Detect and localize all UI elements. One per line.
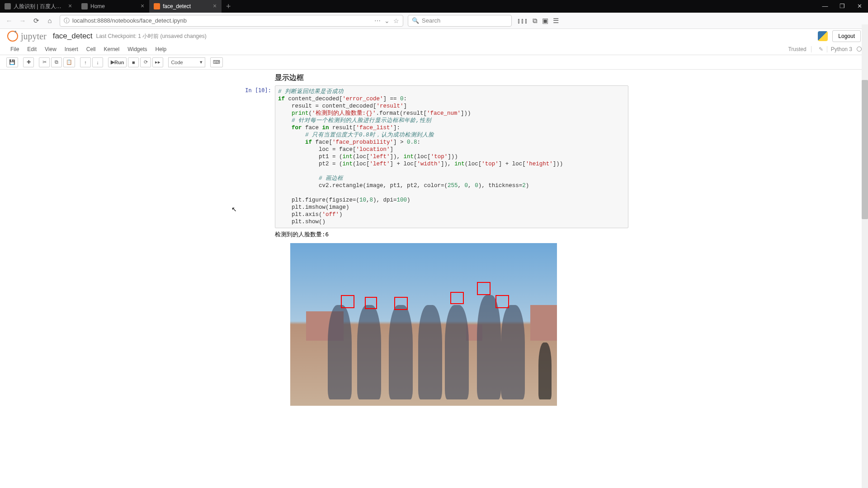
save-button[interactable]: 💾 [6,57,18,67]
tab-title: 人脸识别 | 百度人工智能课程 [14,3,65,10]
minimize-icon[interactable]: — [816,0,834,13]
menu-widgets[interactable]: Widgets [123,46,151,52]
insert-cell-button[interactable]: ✚ [23,57,34,67]
cell-prompt: In [10]: [240,85,275,228]
tab-title: Home [90,3,137,9]
close-icon[interactable]: × [139,3,146,9]
url-actions: ⋯ ⌄ ☆ [374,17,399,24]
menu-icon[interactable]: ☰ [553,17,559,25]
close-icon[interactable]: × [212,3,218,9]
new-tab-button[interactable]: + [222,1,236,12]
library-icon[interactable]: ⫿⫿⫿ [517,17,528,25]
search-placeholder: Search [422,17,440,24]
jupyter-logo-text: jupyter [21,31,47,42]
output-image-area [240,239,628,406]
interrupt-button[interactable]: ■ [128,57,139,67]
menu-edit[interactable]: Edit [23,46,41,52]
jupyter-header: jupyter face_detect Last Checkpoint: 1 小… [0,29,868,43]
url-text: localhost:8888/notebooks/face_detect.ipy… [72,17,187,24]
scroll-thumb[interactable] [862,80,868,219]
favicon-icon [81,3,88,9]
back-icon[interactable]: ← [4,15,14,26]
menu-insert[interactable]: Insert [61,46,82,52]
extension-icon[interactable]: ⧉ [533,17,538,25]
jupyter-logo-icon [7,31,18,42]
close-icon[interactable]: × [67,3,73,9]
browser-nav-bar: ← → ⟳ ⌂ ⓘ localhost:8888/notebooks/face_… [0,13,868,29]
logout-button[interactable]: Logout [832,30,861,42]
search-icon: 🔍 [412,17,419,24]
maximize-icon[interactable]: ❐ [834,0,851,13]
pencil-icon[interactable]: ✎ [815,46,827,52]
sidebar-icon[interactable]: ▣ [542,17,548,25]
restart-button[interactable]: ⟳ [140,57,151,67]
face-bounding-box [394,297,408,310]
paste-button[interactable]: 📋 [63,57,75,67]
code-input[interactable]: # 判断返回结果是否成功 if content_decoded['error_c… [275,85,628,228]
menu-help[interactable]: Help [151,46,171,52]
notebook-container: 显示边框 In [10]: # 判断返回结果是否成功 if content_de… [240,70,628,408]
tab-title: face_detect [163,3,210,9]
notebook-name[interactable]: face_detect [53,32,93,41]
menu-file[interactable]: File [6,46,23,52]
checkpoint-text: Last Checkpoint: 1 小时前 (unsaved changes) [96,33,207,40]
browser-tab-3[interactable]: face_detect × [149,0,222,13]
pocket-icon[interactable]: ⌄ [384,17,390,24]
reload-icon[interactable]: ⟳ [31,15,42,26]
window-controls: — ❐ ✕ [816,0,868,13]
face-bounding-box [341,295,354,308]
favicon-icon [154,3,160,9]
kernel-indicator-icon [857,47,862,52]
reader-icon[interactable]: ⋯ [374,17,381,24]
home-icon[interactable]: ⌂ [44,15,55,26]
code-cell[interactable]: In [10]: # 判断返回结果是否成功 if content_decoded… [240,85,628,228]
forward-icon[interactable]: → [17,15,28,26]
markdown-heading[interactable]: 显示边框 [240,71,628,85]
kernel-name[interactable]: Python 3 [831,46,852,52]
browser-tab-1[interactable]: 人脸识别 | 百度人工智能课程 × [0,0,77,13]
menu-cell[interactable]: Cell [82,46,100,52]
info-icon[interactable]: ⓘ [64,17,70,25]
face-bounding-box [477,282,491,295]
menu-view[interactable]: View [41,46,61,52]
restart-run-all-button[interactable]: ▸▸ [152,57,163,67]
url-bar[interactable]: ⓘ localhost:8888/notebooks/face_detect.i… [60,15,403,27]
cursor-icon: ↖ [231,206,237,213]
browser-tab-2[interactable]: Home × [77,0,149,13]
face-bounding-box [365,297,377,309]
menu-kernel[interactable]: Kernel [100,46,124,52]
face-detection-result-image [290,243,557,406]
chevron-down-icon: ▾ [200,59,203,65]
copy-button[interactable]: ⧉ [51,57,62,67]
face-bounding-box [450,292,464,304]
jupyter-logo[interactable]: jupyter [7,31,47,42]
toolbar: 💾 ✚ ✂ ⧉ 📋 ↑ ↓ ▶ Run ■ ⟳ ▸▸ Code▾ ⌨ [0,55,868,70]
move-up-button[interactable]: ↑ [80,57,91,67]
close-window-icon[interactable]: ✕ [851,0,868,13]
output-text: 检测到的人脸数量:6 [240,228,628,239]
browser-tab-bar: 人脸识别 | 百度人工智能课程 × Home × face_detect × +… [0,0,868,13]
python-logo-icon [818,31,828,41]
favicon-icon [5,3,11,9]
cut-button[interactable]: ✂ [39,57,50,67]
command-palette-button[interactable]: ⌨ [210,57,223,67]
scrollbar[interactable] [862,24,868,408]
search-input[interactable]: 🔍 Search [408,15,512,27]
trusted-label[interactable]: Trusted [788,46,811,52]
run-button[interactable]: ▶ Run [108,57,127,67]
face-bounding-box [495,295,509,308]
cell-type-select[interactable]: Code▾ [168,57,205,67]
move-down-button[interactable]: ↓ [92,57,103,67]
bookmark-icon[interactable]: ☆ [393,17,399,24]
menu-bar: File Edit View Insert Cell Kernel Widget… [0,43,868,55]
